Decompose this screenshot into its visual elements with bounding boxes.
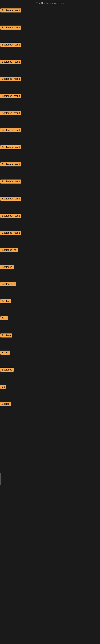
list-item: Bottleneck result bbox=[0, 58, 100, 75]
bottleneck-badge[interactable]: Bottlen bbox=[0, 299, 11, 303]
list-item: Bottlenec bbox=[0, 263, 100, 280]
bottleneck-badge[interactable]: Bottleneck result bbox=[0, 94, 21, 98]
list-item: Bottleneck result bbox=[0, 24, 100, 41]
bottleneck-badge[interactable]: Bottleneck result bbox=[0, 196, 21, 201]
bottleneck-badge[interactable]: Bottlene bbox=[0, 334, 12, 338]
site-title: TheBottlenecker.com bbox=[0, 0, 100, 6]
bottleneck-badge[interactable]: Bottleneck r bbox=[0, 282, 16, 286]
bottleneck-badge[interactable]: Bottleneck result bbox=[0, 145, 21, 149]
list-item: Bottleneck result bbox=[0, 41, 100, 58]
bottleneck-badge[interactable]: Bottleneck re bbox=[0, 248, 18, 252]
list-item: Bottleneck result bbox=[0, 126, 100, 143]
list-item: Bottleneck result bbox=[0, 212, 100, 229]
list-item: Bottleneck result bbox=[0, 178, 100, 194]
bottleneck-badge[interactable]: Bottleneck result bbox=[0, 231, 21, 235]
bottleneck-list: Bottleneck resultBottleneck resultBottle… bbox=[0, 6, 100, 417]
bottleneck-badge[interactable]: Bottleneck result bbox=[0, 60, 21, 64]
bottleneck-badge[interactable]: Bo bbox=[0, 385, 6, 389]
bottleneck-badge[interactable]: Bottleneck result bbox=[0, 111, 21, 115]
bottleneck-badge[interactable]: Bottleneck result bbox=[0, 214, 21, 218]
bottleneck-badge[interactable]: Bottleneck result bbox=[0, 162, 21, 166]
list-item: Bottleneck result bbox=[0, 160, 100, 178]
list-item: Bottlenec bbox=[0, 366, 100, 383]
list-item: Bottleneck result bbox=[0, 229, 100, 246]
bottleneck-badge[interactable]: Bottleneck result bbox=[0, 8, 21, 12]
bottleneck-badge[interactable]: Bott bbox=[0, 316, 8, 320]
bottleneck-badge[interactable]: Bottlen bbox=[0, 402, 11, 406]
list-item: Bottleneck r bbox=[0, 280, 100, 297]
bottleneck-badge[interactable]: Bottleneck result bbox=[0, 26, 21, 30]
empty-space bbox=[0, 417, 100, 598]
list-item: Bottlen bbox=[0, 297, 100, 314]
list-item: Bottleneck result bbox=[0, 143, 100, 160]
bottleneck-badge[interactable]: Bottlenec bbox=[0, 265, 14, 269]
bottleneck-badge[interactable]: Bottleneck result bbox=[0, 77, 21, 81]
list-item: Bottleneck re bbox=[0, 246, 100, 263]
list-item: Bottle bbox=[0, 348, 100, 366]
bottleneck-badge[interactable]: Bottleneck result bbox=[0, 128, 21, 132]
list-item: Bottleneck result bbox=[0, 109, 100, 126]
bottleneck-badge[interactable]: Bottlenec bbox=[0, 368, 14, 372]
list-item: Bottlene bbox=[0, 332, 100, 348]
list-item: Bo bbox=[0, 383, 100, 400]
bottleneck-badge[interactable]: Bottle bbox=[0, 350, 10, 354]
list-item: Bottleneck result bbox=[0, 6, 100, 24]
bottleneck-badge[interactable]: Bottleneck result bbox=[0, 43, 21, 47]
list-item: Bottleneck result bbox=[0, 92, 100, 109]
list-item: Bottleneck result bbox=[0, 194, 100, 212]
bottleneck-badge[interactable]: Bottleneck result bbox=[0, 180, 21, 184]
vertical-line bbox=[0, 473, 1, 485]
list-item: Bott bbox=[0, 314, 100, 332]
list-item: Bottleneck result bbox=[0, 75, 100, 92]
list-item: Bottlen bbox=[0, 400, 100, 417]
